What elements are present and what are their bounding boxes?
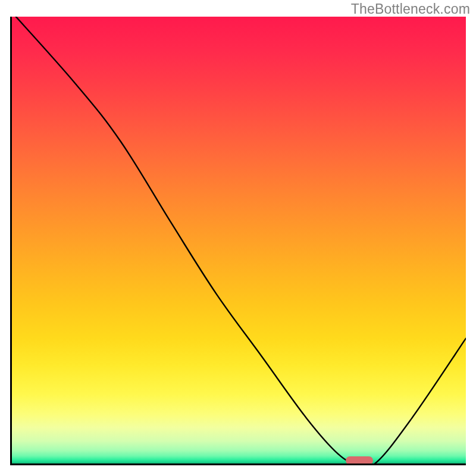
axes-frame	[10, 17, 466, 465]
chart-container: TheBottleneck.com	[0, 0, 476, 476]
watermark-text: TheBottleneck.com	[351, 1, 470, 17]
